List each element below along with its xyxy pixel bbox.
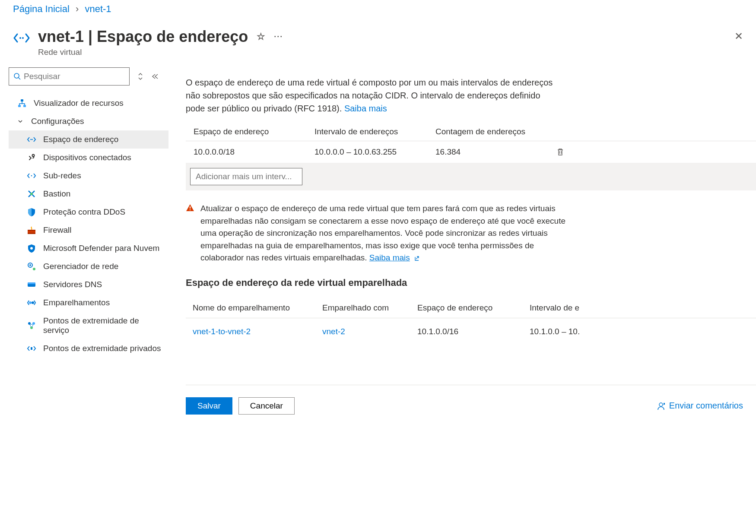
svg-point-1 — [22, 37, 24, 39]
delete-row-button[interactable] — [556, 148, 582, 156]
star-icon[interactable]: ☆ — [257, 31, 265, 42]
service-endpoint-icon — [27, 321, 36, 330]
defender-icon — [27, 244, 36, 253]
peered-section-title: Espaço de endereço da rede virtual empar… — [186, 277, 756, 288]
col-peer-with: Emparelhado com — [322, 303, 417, 313]
save-button[interactable]: Salvar — [186, 397, 232, 415]
svg-point-9 — [32, 155, 35, 157]
breadcrumb-home[interactable]: Página Inicial — [13, 3, 70, 14]
svg-point-17 — [29, 264, 31, 266]
col-peer-range: Intervalo de e — [530, 303, 642, 313]
sidebar-item-network-manager[interactable]: Gerenciador de rede — [9, 257, 168, 276]
sidebar-item-resource-visualizer[interactable]: Visualizador de recursos — [9, 94, 168, 112]
sidebar-item-label: Firewall — [43, 225, 71, 235]
svg-point-11 — [30, 193, 33, 195]
feedback-icon — [656, 401, 666, 411]
bastion-icon — [27, 189, 36, 199]
private-endpoint-icon — [27, 344, 36, 353]
sidebar-item-label: Dispositivos conectados — [43, 153, 131, 162]
breadcrumb: Página Inicial › vnet-1 — [0, 0, 756, 28]
svg-point-29 — [659, 403, 663, 406]
sidebar-item-address-space[interactable]: Espaço de endereço — [9, 130, 168, 149]
sidebar-item-label: Espaço de endereço — [43, 135, 118, 144]
svg-rect-28 — [190, 209, 191, 210]
svg-rect-4 — [21, 99, 23, 101]
col-peer-name: Nome do emparelhamento — [193, 303, 322, 313]
address-space-table: Espaço de endereço Intervalo de endereço… — [186, 123, 756, 190]
cell-peer-range: 10.1.0.0 – 10. — [530, 327, 642, 336]
svg-point-25 — [30, 326, 33, 329]
search-box[interactable] — [9, 67, 130, 86]
firewall-icon — [27, 225, 36, 235]
svg-rect-5 — [18, 105, 21, 107]
sidebar-item-peerings[interactable]: Emparelhamentos — [9, 294, 168, 312]
sidebar-group-label: Configurações — [31, 117, 84, 126]
svg-rect-26 — [31, 347, 32, 350]
peer-name-link[interactable]: vnet-1-to-vnet-2 — [193, 327, 251, 336]
sidebar-item-label: Emparelhamentos — [43, 298, 110, 307]
cell-address-space: 10.0.0.0/18 — [194, 147, 314, 157]
sidebar-item-connected-devices[interactable]: Dispositivos conectados — [9, 149, 168, 167]
more-icon[interactable]: ··· — [274, 32, 283, 41]
add-range-input[interactable] — [190, 168, 302, 185]
sidebar-item-label: Visualizador de recursos — [34, 98, 124, 108]
sidebar-item-service-endpoints[interactable]: Pontos de extremidade de serviço — [9, 312, 168, 339]
sidebar-item-label: Sub-redes — [43, 171, 81, 180]
expand-collapse-icon[interactable] — [137, 72, 143, 81]
vnet-icon — [13, 29, 30, 47]
page-subtitle: Rede virtual — [38, 48, 734, 57]
sidebar-item-label: Pontos de extremidade privados — [43, 344, 161, 353]
close-icon[interactable]: ✕ — [734, 30, 743, 42]
warning-learn-more-link[interactable]: Saiba mais — [369, 253, 410, 262]
cell-count: 16.384 — [435, 147, 556, 157]
connected-icon — [27, 153, 36, 162]
sidebar-item-dns[interactable]: Servidores DNS — [9, 276, 168, 294]
intro-text: O espaço de endereço de uma rede virtual… — [186, 76, 562, 115]
svg-point-2 — [14, 73, 19, 78]
sidebar-item-bastion[interactable]: Bastion — [9, 185, 168, 203]
sidebar-item-label: Microsoft Defender para Nuvem — [43, 244, 159, 253]
external-link-icon — [412, 255, 419, 262]
learn-more-link[interactable]: Saiba mais — [344, 104, 387, 113]
cancel-button[interactable]: Cancelar — [238, 397, 295, 415]
sidebar-item-label: Gerenciador de rede — [43, 262, 118, 271]
col-address-space: Espaço de endereço — [194, 127, 314, 136]
sidebar-group-settings[interactable]: Configurações — [9, 112, 168, 130]
svg-point-22 — [32, 301, 34, 304]
cell-peer-space: 10.1.0.0/16 — [417, 327, 530, 336]
col-count: Contagem de endereços — [435, 127, 556, 136]
table-row: vnet-1-to-vnet-2 vnet-2 10.1.0.0/16 10.1… — [186, 318, 756, 342]
svg-point-10 — [31, 175, 32, 177]
sidebar-item-label: Proteção contra DDoS — [43, 207, 125, 217]
main-content: O espaço de endereço de uma rede virtual… — [168, 67, 756, 415]
collapse-panel-icon[interactable] — [151, 73, 159, 79]
sidebar-item-label: Pontos de extremidade de serviço — [43, 316, 162, 335]
search-input[interactable] — [21, 72, 126, 81]
svg-rect-27 — [190, 206, 191, 209]
svg-rect-6 — [23, 105, 26, 107]
warning-icon — [186, 203, 194, 264]
vnet-small-icon — [27, 135, 36, 144]
warning-message: Atualizar o espaço de endereço de uma re… — [186, 203, 566, 264]
sidebar-item-ddos[interactable]: Proteção contra DDoS — [9, 203, 168, 221]
breadcrumb-current[interactable]: vnet-1 — [85, 3, 111, 14]
send-feedback-link[interactable]: Enviar comentários — [656, 401, 756, 411]
chevron-right-icon: › — [76, 3, 79, 14]
sidebar-item-firewall[interactable]: Firewall — [9, 221, 168, 239]
svg-point-7 — [30, 139, 32, 140]
svg-point-8 — [32, 139, 33, 140]
svg-line-3 — [19, 78, 20, 79]
table-row: 10.0.0.0/18 10.0.0.0 – 10.0.63.255 16.38… — [186, 141, 756, 163]
sidebar-item-subnets[interactable]: Sub-redes — [9, 167, 168, 185]
search-icon — [13, 73, 21, 80]
sidebar-item-private-endpoints[interactable]: Pontos de extremidade privados — [9, 339, 168, 358]
svg-point-21 — [29, 301, 32, 304]
resource-visualizer-icon — [17, 98, 27, 108]
svg-rect-13 — [28, 230, 35, 231]
svg-point-18 — [33, 268, 35, 270]
cell-range: 10.0.0.0 – 10.0.63.255 — [314, 147, 435, 157]
sidebar-item-label: Servidores DNS — [43, 280, 102, 289]
sidebar-item-defender[interactable]: Microsoft Defender para Nuvem — [9, 239, 168, 257]
peer-with-link[interactable]: vnet-2 — [322, 327, 345, 336]
chevron-down-icon — [17, 118, 24, 124]
